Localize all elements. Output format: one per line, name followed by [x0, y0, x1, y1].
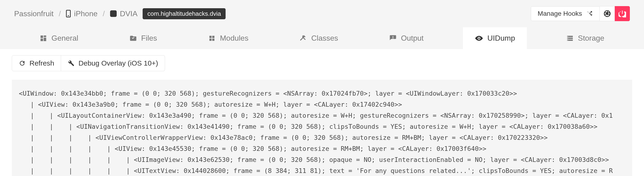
tab-label: UIDump [488, 34, 515, 43]
phone-icon [66, 10, 71, 17]
debug-overlay-label: Debug Overlay (iOS 10+) [78, 59, 158, 67]
refresh-icon [18, 60, 26, 67]
manage-hooks-button[interactable]: Manage Hooks [531, 6, 600, 21]
output-icon [389, 35, 397, 42]
tab-uidump[interactable]: UIDump [463, 27, 527, 49]
breadcrumb-app-label: DVIA [120, 9, 138, 18]
tab-label: Storage [578, 34, 604, 43]
bundle-id-pill: com.highaltitudehacks.dvia [142, 8, 226, 19]
tab-storage[interactable]: Storage [554, 27, 616, 49]
dashboard-icon [40, 35, 47, 42]
breadcrumb-device-label: iPhone [74, 9, 98, 18]
debug-overlay-button[interactable]: Debug Overlay (iOS 10+) [61, 55, 165, 71]
tab-files[interactable]: Files [118, 27, 169, 49]
aperture-button[interactable] [600, 6, 615, 21]
eye-icon [475, 34, 483, 43]
breadcrumb-root[interactable]: Passionfruit [14, 9, 54, 18]
storage-icon [566, 35, 574, 42]
tab-label: Files [141, 34, 157, 43]
app-icon [110, 10, 117, 17]
breadcrumb-app[interactable]: DVIA [110, 9, 138, 18]
tab-classes[interactable]: Classes [288, 27, 350, 49]
modules-icon [208, 35, 216, 42]
tab-modules[interactable]: Modules [196, 27, 260, 49]
wrench-icon [68, 60, 75, 67]
tab-output[interactable]: Output [378, 27, 436, 49]
toolbar: Refresh Debug Overlay (iOS 10+) [0, 49, 644, 77]
folder-icon [130, 35, 137, 42]
gavel-icon [299, 35, 307, 42]
refresh-label: Refresh [30, 59, 54, 67]
manage-hooks-label: Manage Hooks [538, 10, 582, 17]
tab-label: Classes [311, 34, 338, 43]
breadcrumb-sep: / [59, 9, 61, 18]
header-bar: Passionfruit / iPhone / DVIA com.highalt… [0, 0, 644, 27]
dump-container: <UIWindow: 0x143e34bb0; frame = (0 0; 32… [0, 77, 644, 176]
tab-label: Modules [220, 34, 248, 43]
tabs-bar: General Files Modules Classes Output [0, 27, 644, 49]
header-actions: Manage Hooks [531, 6, 630, 21]
aperture-icon [603, 10, 611, 18]
ui-dump-output: <UIWindow: 0x143e34bb0; frame = (0 0; 32… [12, 80, 632, 176]
breadcrumb: Passionfruit / iPhone / DVIA com.highalt… [14, 8, 226, 19]
refresh-button[interactable]: Refresh [12, 55, 61, 71]
tab-label: General [52, 34, 78, 43]
breadcrumb-device[interactable]: iPhone [66, 9, 98, 18]
tab-label: Output [401, 34, 424, 43]
breadcrumb-sep: / [103, 9, 105, 18]
shuffle-icon [586, 10, 593, 17]
tab-general[interactable]: General [28, 27, 90, 49]
power-button[interactable] [615, 6, 630, 21]
power-icon [618, 10, 626, 17]
